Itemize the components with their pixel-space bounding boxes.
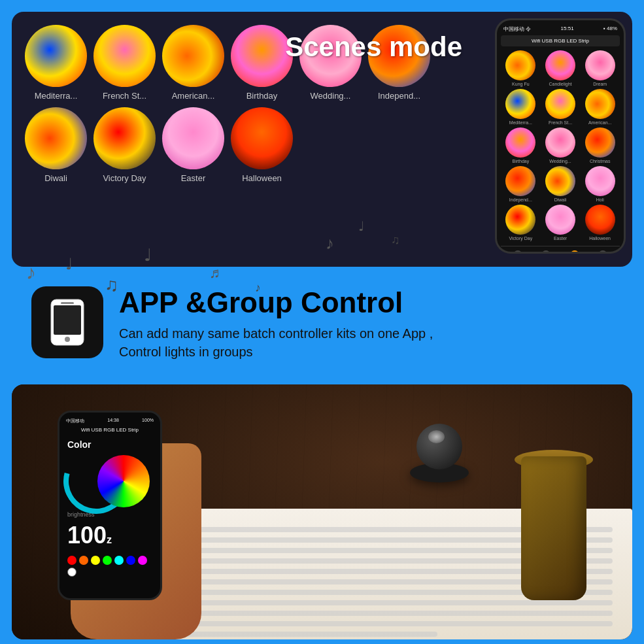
phone2-app-title: Wifi USB RGB LED Strip xyxy=(63,426,156,434)
scene-label-french: French St... xyxy=(103,91,146,101)
phone-label-american: American... xyxy=(588,120,611,125)
phone-label-independ: Independ... xyxy=(509,197,532,202)
app-group-title: APP &Group Control xyxy=(119,286,613,319)
scene-halloween[interactable]: Halloween xyxy=(231,107,293,183)
music-note-float-6: ♩ xyxy=(144,245,152,265)
brightness-unit: z xyxy=(107,534,112,545)
phone-label-christmas: Christmas xyxy=(590,159,611,163)
phone-circle-victory xyxy=(505,205,535,235)
color-dot-cyan[interactable] xyxy=(114,556,124,565)
phone-item-christmas[interactable]: Christmas xyxy=(581,127,619,163)
svg-rect-1 xyxy=(54,305,81,335)
scene-circle-mediterra xyxy=(25,25,87,87)
phone-label-holi: Holi xyxy=(596,197,604,202)
phone-power-icon[interactable]: ⏻ xyxy=(513,250,522,254)
scene-victory[interactable]: Victory Day xyxy=(93,107,156,183)
phone-item-holi[interactable]: Holi xyxy=(581,166,619,202)
phone-item-diwali[interactable]: Diwali xyxy=(542,166,579,202)
phone-item-easter[interactable]: Easter xyxy=(542,205,579,241)
scenes-section: Mediterra... French St... American... Bi… xyxy=(12,12,632,267)
scene-easter[interactable]: Easter xyxy=(162,107,224,183)
scene-empty2 xyxy=(358,107,411,183)
coffee-cup xyxy=(515,437,593,607)
scene-mediterra[interactable]: Mediterra... xyxy=(25,25,87,101)
phone-item-wedding[interactable]: Wedding... xyxy=(542,127,579,163)
phone-label-diwali: Diwali xyxy=(554,197,567,202)
phone-label-dream: Dream xyxy=(593,82,607,86)
phone-item-birthday[interactable]: Birthday xyxy=(502,127,539,163)
scene-french[interactable]: French St... xyxy=(93,25,156,101)
scene-american[interactable]: American... xyxy=(162,25,224,101)
scene-label-birthday: Birthday xyxy=(246,91,278,101)
phone-item-halloween[interactable]: Halloween xyxy=(581,205,619,241)
app-text-content: APP &Group Control Can add many same bat… xyxy=(119,286,613,361)
scene-circle-halloween xyxy=(231,107,293,169)
phone2-battery: 100% xyxy=(142,418,154,424)
phone-bottom-bar: ⏻ ⚙ ● ♪ xyxy=(501,246,620,254)
phone-label-french: French St... xyxy=(549,120,572,125)
phone-item-candlelight[interactable]: Candlelight xyxy=(542,50,579,86)
color-dot-red[interactable] xyxy=(67,556,76,565)
color-dot-green[interactable] xyxy=(103,556,112,565)
phone-label-easter: Easter xyxy=(554,236,567,241)
color-wheel-area xyxy=(63,455,156,507)
phone-item-american[interactable]: American... xyxy=(581,89,619,125)
phone-mockup: 中国移动 令 15:51 ▪ 48% Wifi USB RGB LED Stri… xyxy=(495,18,626,254)
color-dot-orange[interactable] xyxy=(79,556,88,565)
scene-circle-french xyxy=(93,25,156,87)
phone-circle-birthday xyxy=(505,127,535,158)
brightness-value: 100z xyxy=(63,519,156,552)
phone2-time: 14:38 xyxy=(107,418,119,424)
phone-time: 15:51 xyxy=(561,25,574,33)
color-section-label: Color xyxy=(63,437,156,452)
phone-item-dream[interactable]: Dream xyxy=(581,50,619,86)
phone-label-mediterra: Mediterra... xyxy=(509,120,532,125)
controller-highlight xyxy=(428,430,445,443)
color-dot-blue[interactable] xyxy=(126,556,135,565)
color-dot-yellow[interactable] xyxy=(91,556,100,565)
scenes-mode-title: Scenes mode xyxy=(285,31,462,63)
phone-title-text: Wifi USB RGB LED Strip xyxy=(532,38,589,44)
phone-color-icon[interactable]: ● xyxy=(570,250,579,254)
color-dot-magenta[interactable] xyxy=(138,556,147,565)
phone-item-victory[interactable]: Victory Day xyxy=(502,205,539,241)
scene-label-wedding: Wedding... xyxy=(311,91,351,101)
phone-circle-independ xyxy=(505,166,535,196)
scene-label-easter: Easter xyxy=(181,173,206,183)
phone-label-candlelight: Candlelight xyxy=(549,82,571,86)
scene-diwali[interactable]: Diwali xyxy=(25,107,87,183)
scene-label-diwali: Diwali xyxy=(44,173,67,183)
app-desc-line2: Control lights in groups xyxy=(119,345,253,359)
phone-circle-kungfu xyxy=(505,50,535,80)
music-note-float-2: ♩ xyxy=(65,255,73,273)
phone-scenes-grid: Kung Fu Candlelight Dream Mediterra... F… xyxy=(501,49,620,242)
phone-circle-holi xyxy=(585,166,615,196)
phone-label-wedding: Wedding... xyxy=(549,159,571,163)
phone-item-independ[interactable]: Independ... xyxy=(502,166,539,202)
hand-with-phone: 中国移动 14:38 100% Wifi USB RGB LED Strip C… xyxy=(51,391,234,639)
scene-circle-victory xyxy=(93,107,156,169)
phone-item-mediterra[interactable]: Mediterra... xyxy=(502,89,539,125)
phone-settings-icon[interactable]: ⚙ xyxy=(541,250,551,254)
phone-circle-american xyxy=(585,89,615,119)
phone-label-halloween: Halloween xyxy=(589,236,611,241)
scene-empty1 xyxy=(299,107,352,183)
scene-circle-easter xyxy=(162,107,224,169)
scene-label-halloween: Halloween xyxy=(242,173,282,183)
scene-label-mediterra: Mediterra... xyxy=(35,91,78,101)
phone-circle-easter xyxy=(545,205,575,235)
controller-device xyxy=(410,424,469,483)
phone-label-victory: Victory Day xyxy=(509,236,532,241)
scene-birthday[interactable]: Birthday xyxy=(231,25,293,101)
phone-item-kungfu[interactable]: Kung Fu xyxy=(502,50,539,86)
scene-circle-diwali xyxy=(25,107,87,169)
phone-battery: ▪ 48% xyxy=(603,25,617,33)
phone-circle-halloween xyxy=(585,205,615,235)
cup-body xyxy=(521,456,586,600)
book-line-9 xyxy=(175,611,613,616)
phone-music-icon[interactable]: ♪ xyxy=(598,250,607,254)
phone-circle-french xyxy=(545,89,575,119)
phone-item-french[interactable]: French St... xyxy=(542,89,579,125)
color-dot-white[interactable] xyxy=(67,568,76,577)
color-wheel[interactable] xyxy=(97,455,150,507)
